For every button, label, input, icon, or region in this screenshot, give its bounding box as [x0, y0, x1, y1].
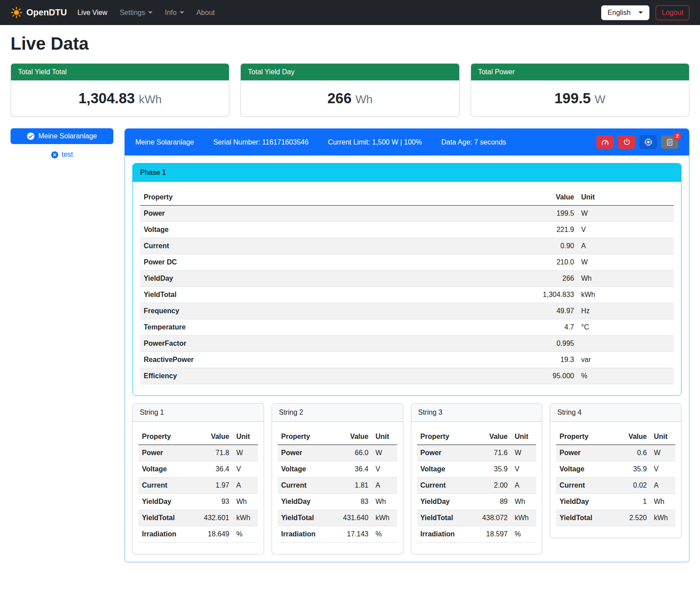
- row-unit: kWh: [577, 287, 674, 303]
- table-row: Voltage35.9V: [556, 461, 675, 478]
- column-header-value: Value: [612, 429, 650, 445]
- cpu-icon: [645, 138, 652, 146]
- inverter-panel-body: Phase 1 PropertyValueUnitPower199.5WVolt…: [125, 156, 689, 562]
- row-property: YieldDay: [140, 271, 471, 287]
- row-value: 1,304.833: [471, 287, 578, 303]
- brand[interactable]: OpenDTU: [11, 7, 67, 18]
- row-property: Current: [140, 238, 471, 254]
- table-row: YieldTotal431.640kWh: [278, 510, 397, 526]
- inverter-actions: 2: [596, 135, 678, 149]
- row-unit: kWh: [372, 510, 397, 526]
- row-unit: kWh: [511, 510, 536, 526]
- nav-item-settings[interactable]: Settings: [120, 9, 152, 17]
- row-unit: Wh: [233, 494, 258, 510]
- row-value: 18.597: [473, 526, 511, 543]
- limit-settings-button[interactable]: [596, 135, 614, 149]
- summary-card-title: Total Power: [471, 64, 689, 80]
- logout-button[interactable]: Logout: [656, 5, 689, 20]
- row-property: Frequency: [140, 303, 471, 319]
- nav-item-info[interactable]: Info: [165, 9, 184, 17]
- row-value: 0.995: [471, 336, 578, 352]
- string-card-body: PropertyValueUnitPower66.0WVoltage36.4VC…: [272, 422, 403, 554]
- inverter-name: Meine Solaranlage: [135, 138, 194, 146]
- table-row: YieldTotal2.520kWh: [556, 510, 675, 526]
- table-row: YieldDay93Wh: [138, 494, 258, 510]
- column-header-property: Property: [417, 429, 473, 445]
- device-info-button[interactable]: [639, 135, 657, 149]
- row-property: YieldDay: [138, 494, 195, 510]
- table-row: Power71.6W: [417, 445, 537, 461]
- nav-item-live-view[interactable]: Live View: [77, 9, 107, 17]
- x-circle-icon: [51, 151, 58, 159]
- column-header-property: Property: [140, 189, 471, 206]
- row-value: 93: [195, 494, 233, 510]
- row-unit: kWh: [233, 510, 258, 526]
- row-unit: Wh: [577, 271, 674, 287]
- journal-icon: [666, 139, 673, 146]
- row-property: Power: [140, 206, 471, 222]
- sidebar-item-meine-solaranlage[interactable]: Meine Solaranlage: [11, 128, 113, 144]
- sun-icon: [11, 7, 22, 18]
- nav-item-about[interactable]: About: [196, 9, 215, 17]
- table-header-row: PropertyValueUnit: [556, 429, 675, 445]
- string-2-card: String 2 PropertyValueUnitPower66.0WVolt…: [272, 403, 403, 554]
- row-unit: V: [511, 461, 536, 478]
- navbar: OpenDTU Live View Settings Info About En…: [0, 0, 700, 25]
- column-header-property: Property: [278, 429, 334, 445]
- row-unit: °C: [577, 319, 674, 336]
- row-unit: W: [650, 445, 675, 461]
- string-1-card: String 1 PropertyValueUnitPower71.8WVolt…: [132, 403, 264, 554]
- row-property: ReactivePower: [140, 352, 471, 368]
- table-row: Power71.8W: [138, 445, 258, 461]
- summary-value: 199.5: [555, 90, 591, 106]
- table-row: YieldDay83Wh: [278, 494, 397, 510]
- row-unit: V: [233, 461, 258, 478]
- string-card-body: PropertyValueUnitPower71.8WVoltage36.4VC…: [133, 422, 264, 554]
- table-row: Frequency49.97Hz: [140, 303, 674, 319]
- table-row: ReactivePower19.3var: [140, 352, 674, 368]
- table-row: Irradiation18.649%: [138, 526, 258, 543]
- row-value: 266: [471, 271, 578, 287]
- row-property: YieldTotal: [417, 510, 473, 526]
- table-row: Current1.81A: [278, 478, 397, 494]
- sidebar-item-test[interactable]: test: [11, 151, 113, 159]
- nav-right: English Logout: [601, 5, 689, 20]
- row-property: Irradiation: [417, 526, 473, 543]
- row-unit: V: [372, 461, 397, 478]
- row-property: Current: [417, 478, 473, 494]
- row-value: 210.0: [471, 254, 578, 271]
- table-row: YieldDay266Wh: [140, 271, 674, 287]
- event-log-button[interactable]: 2: [661, 135, 678, 149]
- table-row: Power66.0W: [278, 445, 397, 461]
- row-property: Power: [417, 445, 473, 461]
- brand-label: OpenDTU: [26, 7, 67, 18]
- power-toggle-button[interactable]: [618, 135, 635, 149]
- row-property: Voltage: [140, 222, 471, 238]
- inverter-panel: Meine Solaranlage Serial Number: 1161716…: [124, 128, 689, 562]
- table-row: YieldDay1Wh: [556, 494, 675, 510]
- row-property: Voltage: [138, 461, 195, 478]
- table-row: Irradiation17.143%: [278, 526, 397, 543]
- phase-card-body: PropertyValueUnitPower199.5WVoltage221.9…: [133, 182, 681, 395]
- language-select[interactable]: English: [601, 5, 649, 20]
- string-3-card: String 3 PropertyValueUnitPower71.6WVolt…: [411, 403, 543, 554]
- table-row: YieldTotal432.601kWh: [138, 510, 258, 526]
- row-property: YieldDay: [556, 494, 612, 510]
- row-unit: Wh: [650, 494, 675, 510]
- row-unit: %: [577, 368, 674, 384]
- phase-card-title: Phase 1: [133, 163, 681, 182]
- row-value: 35.9: [473, 461, 511, 478]
- row-property: YieldDay: [278, 494, 334, 510]
- summary-card-body: 199.5W: [471, 80, 689, 116]
- summary-card-title: Total Yield Day: [241, 64, 459, 80]
- table-row: Current0.90A: [140, 238, 674, 254]
- summary-card-body: 266Wh: [241, 80, 459, 116]
- column-header-value: Value: [195, 429, 233, 445]
- row-unit: [577, 336, 674, 352]
- table-row: YieldTotal438.072kWh: [417, 510, 537, 526]
- row-value: 36.4: [334, 461, 372, 478]
- row-value: 2.00: [473, 478, 511, 494]
- column-header-value: Value: [334, 429, 372, 445]
- summary-value: 266: [327, 90, 352, 106]
- check-circle-icon: [27, 132, 35, 140]
